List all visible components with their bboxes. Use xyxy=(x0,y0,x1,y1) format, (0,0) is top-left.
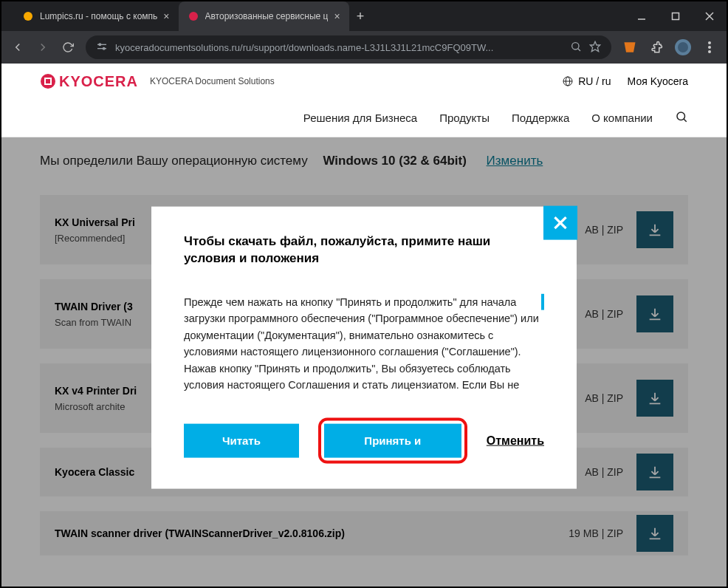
maximize-button[interactable] xyxy=(659,1,693,31)
window-controls xyxy=(625,1,727,31)
metamask-icon[interactable] xyxy=(622,39,638,55)
svg-rect-21 xyxy=(46,79,50,83)
region-label: RU / ru xyxy=(578,75,611,87)
svg-point-10 xyxy=(572,42,579,49)
nav-products[interactable]: Продукты xyxy=(439,112,490,124)
kyocera-favicon xyxy=(188,10,199,22)
forward-button[interactable] xyxy=(35,40,50,55)
scrollbar-thumb[interactable] xyxy=(541,293,544,310)
site-header: KYOCERA KYOCERA Document Solutions RU / … xyxy=(1,64,727,99)
account-link[interactable]: Моя Kyocera xyxy=(628,75,688,87)
nav-biz[interactable]: Решения для Бизнеса xyxy=(303,112,417,124)
svg-line-26 xyxy=(684,119,687,122)
main-nav: Решения для Бизнеса Продукты Поддержка О… xyxy=(1,99,727,137)
url-text: kyoceradocumentsolutions.ru/ru/support/d… xyxy=(115,42,563,53)
svg-point-0 xyxy=(24,12,32,21)
tab-title: Lumpics.ru - помощь с компь xyxy=(40,11,157,21)
close-window-button[interactable] xyxy=(693,1,727,31)
svg-rect-3 xyxy=(673,13,679,20)
svg-point-25 xyxy=(677,112,685,120)
window-titlebar: Lumpics.ru - помощь с компь × Авторизова… xyxy=(1,1,727,31)
kebab-menu-icon[interactable] xyxy=(701,39,718,55)
close-icon[interactable]: × xyxy=(163,10,169,22)
svg-line-11 xyxy=(578,48,580,50)
svg-marker-12 xyxy=(590,41,600,51)
modal-heading: Чтобы скачать файл, пожалуйста, примите … xyxy=(184,233,544,267)
browser-toolbar: kyoceradocumentsolutions.ru/ru/support/d… xyxy=(1,31,727,64)
bookmark-icon[interactable] xyxy=(589,41,601,55)
sub-brand-text: KYOCERA Document Solutions xyxy=(150,76,275,86)
browser-tab[interactable]: Lumpics.ru - помощь с компь × xyxy=(13,1,179,31)
new-tab-button[interactable]: + xyxy=(349,9,372,24)
modal-body-text[interactable]: Прежде чем нажать на кнопку "Принять и п… xyxy=(184,293,544,397)
lumpics-favicon xyxy=(22,10,34,22)
nav-about[interactable]: О компании xyxy=(591,112,653,124)
reload-button[interactable] xyxy=(61,40,75,55)
cancel-link[interactable]: Отменить xyxy=(487,434,544,447)
svg-marker-13 xyxy=(625,42,636,52)
nav-support[interactable]: Поддержка xyxy=(512,112,569,124)
site-settings-icon[interactable] xyxy=(96,41,108,55)
terms-modal: Чтобы скачать файл, пожалуйста, примите … xyxy=(151,207,577,489)
extensions-icon[interactable] xyxy=(648,39,665,55)
zoom-icon[interactable] xyxy=(570,41,582,55)
browser-tab-active[interactable]: Авторизованные сервисные ц × xyxy=(179,1,349,31)
address-bar[interactable]: kyoceradocumentsolutions.ru/ru/support/d… xyxy=(86,35,611,59)
kyocera-logo-icon xyxy=(40,73,56,89)
close-icon[interactable]: × xyxy=(334,10,340,22)
profile-avatar[interactable] xyxy=(675,39,691,55)
svg-point-17 xyxy=(708,46,711,49)
read-button[interactable]: Читать xyxy=(184,423,299,457)
accept-highlight-frame: Принять и xyxy=(318,417,467,463)
region-selector[interactable]: RU / ru xyxy=(562,75,611,87)
accept-button[interactable]: Принять и xyxy=(324,423,461,457)
svg-point-1 xyxy=(189,12,198,21)
brand-text: KYOCERA xyxy=(59,73,138,90)
svg-point-15 xyxy=(678,42,688,52)
minimize-button[interactable] xyxy=(625,1,659,31)
kyocera-logo[interactable]: KYOCERA xyxy=(40,73,138,90)
search-icon[interactable] xyxy=(675,110,688,126)
modal-close-button[interactable] xyxy=(543,206,577,240)
tab-title: Авторизованные сервисные ц xyxy=(205,11,329,21)
svg-point-18 xyxy=(708,50,711,53)
svg-point-16 xyxy=(708,41,711,44)
back-button[interactable] xyxy=(10,40,25,55)
